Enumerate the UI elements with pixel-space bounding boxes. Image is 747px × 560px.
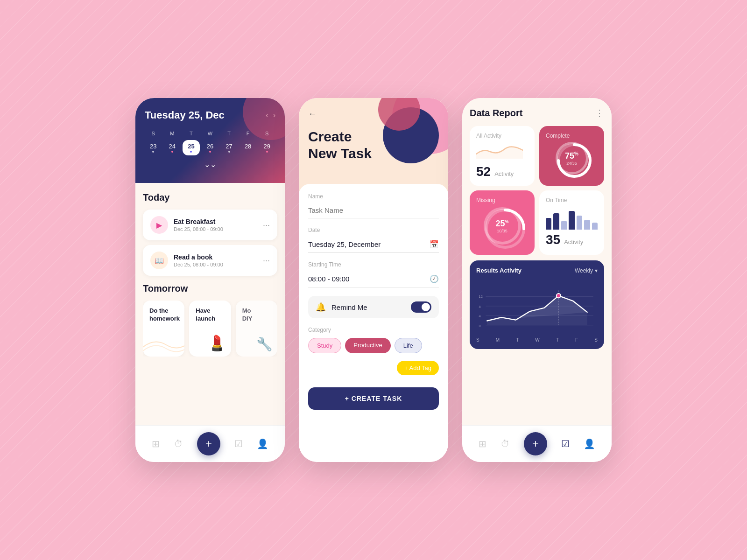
- next-month-arrow[interactable]: ›: [273, 111, 275, 119]
- nav-add-button[interactable]: +: [197, 432, 220, 455]
- all-activity-unit: Activity: [494, 170, 514, 177]
- cal-header-w: W: [202, 129, 219, 138]
- bar-7: [592, 223, 598, 230]
- time-value: 08:00 - 09:00: [308, 275, 349, 283]
- tmr-card-launch[interactable]: Havelaunch 💄: [189, 301, 231, 357]
- category-group: Category Study Productive Life + Add Tag: [308, 327, 439, 375]
- report-header: Data Report ⋮: [470, 107, 604, 119]
- task-name-input[interactable]: [308, 203, 439, 218]
- complete-circle-wrap: 75% 24/35: [546, 142, 598, 175]
- cal-day-25[interactable]: 25: [183, 140, 200, 155]
- phone-create-task: ← Create New Task Name Date Tuesday 25, …: [299, 98, 448, 462]
- remind-toggle[interactable]: [411, 301, 431, 313]
- nav-check-icon[interactable]: ☑: [234, 438, 243, 449]
- clock-icon: 🕗: [430, 274, 439, 283]
- phone3-bottom-nav: ⊞ ⏱ + ☑ 👤: [462, 425, 612, 462]
- tomorrow-cards: Do thehomework Havelaunch 💄 MoDIY 🔧: [143, 301, 277, 357]
- cal-day-27[interactable]: 27: [220, 140, 238, 155]
- nav-grid-icon[interactable]: ⊞: [152, 438, 160, 449]
- complete-circle: 75% 24/35: [556, 142, 588, 175]
- calendar-body: Today ▶ Eat Breakfast Dec 25, 08:00 - 09…: [135, 183, 285, 425]
- p3-nav-user-icon[interactable]: 👤: [584, 438, 595, 449]
- tag-productive[interactable]: Productive: [345, 338, 390, 353]
- create-title: Create New Task: [308, 128, 439, 162]
- chart-day-t1: T: [516, 337, 519, 343]
- cal-day-28[interactable]: 28: [240, 140, 257, 155]
- all-activity-label: All Activity: [476, 133, 528, 139]
- add-tag-btn[interactable]: + Add Tag: [397, 361, 439, 375]
- p3-nav-grid-icon[interactable]: ⊞: [479, 438, 486, 449]
- task-more-book[interactable]: ···: [263, 256, 270, 266]
- data-report-body: Data Report ⋮ All Activity 52 Activity: [462, 98, 612, 425]
- tmr-card-launch-title: Havelaunch: [196, 307, 224, 323]
- svg-point-13: [557, 294, 561, 298]
- cal-day-24[interactable]: 24: [164, 140, 181, 155]
- phone-calendar: Tuesday 25, Dec ‹ › S M T W T F S 23 24 …: [135, 98, 285, 462]
- bar-2: [553, 213, 559, 230]
- tmr-card-mo-deco: 🔧: [256, 336, 273, 352]
- time-input-row[interactable]: 08:00 - 09:00 🕗: [308, 271, 439, 287]
- missing-circle-wrap: 25% 10/35: [476, 207, 528, 245]
- on-time-unit: Activity: [564, 238, 583, 245]
- create-task-header: ← Create New Task: [299, 98, 448, 191]
- task-icon-breakfast: ▶: [150, 216, 168, 234]
- chart-day-w: W: [535, 337, 539, 343]
- cal-day-29[interactable]: 29: [258, 140, 275, 155]
- p3-nav-add-button[interactable]: +: [524, 432, 547, 455]
- prev-month-arrow[interactable]: ‹: [266, 111, 268, 119]
- date-input-row[interactable]: Tuesday 25, December 📅: [308, 236, 439, 253]
- tomorrow-section: Tomorrow Do thehomework Havelaunch 💄: [143, 283, 277, 357]
- tomorrow-label: Tomorrow: [143, 283, 277, 294]
- cal-header-t1: T: [183, 129, 200, 138]
- calendar-grid: S M T W T F S 23 24 25 26 27 28 29: [145, 129, 275, 155]
- calendar-icon: 📅: [430, 240, 439, 249]
- missing-label: Missing: [476, 197, 528, 203]
- complete-progress-ring: [556, 142, 593, 179]
- calendar-date: Tuesday 25, Dec: [145, 109, 225, 121]
- missing-circle: 25% 10/35: [484, 207, 521, 245]
- all-activity-chart: [476, 145, 523, 159]
- task-more-breakfast[interactable]: ···: [263, 220, 270, 230]
- results-title: Results Activity: [476, 267, 521, 274]
- task-eat-breakfast[interactable]: ▶ Eat Breakfast Dec 25, 08:00 - 09:00 ··…: [143, 210, 277, 240]
- report-more-btn[interactable]: ⋮: [595, 107, 604, 119]
- name-label: Name: [308, 193, 439, 200]
- cal-header-t2: T: [220, 129, 238, 138]
- create-task-button[interactable]: + CREATE TASK: [308, 387, 439, 410]
- tmr-card-mo[interactable]: MoDIY 🔧: [236, 301, 277, 357]
- chart-day-s2: S: [594, 337, 598, 343]
- p3-nav-timer-icon[interactable]: ⏱: [500, 439, 510, 449]
- cal-day-23[interactable]: 23: [145, 140, 162, 155]
- chart-day-t2: T: [556, 337, 559, 343]
- expand-calendar-btn[interactable]: ⌄⌄: [145, 160, 275, 169]
- task-time-book: Dec 25, 08:00 - 09:00: [174, 262, 257, 267]
- nav-user-icon[interactable]: 👤: [257, 438, 268, 449]
- tmr-card-launch-deco: 💄: [208, 334, 226, 352]
- svg-text:12: 12: [479, 294, 483, 299]
- today-label: Today: [143, 192, 277, 203]
- create-task-body: Name Date Tuesday 25, December 📅 Startin…: [299, 184, 448, 462]
- weekly-select-btn[interactable]: Weekly ▾: [575, 267, 598, 274]
- missing-progress-ring: [484, 207, 527, 250]
- on-time-bar-chart: [546, 206, 598, 230]
- on-time-label: On Time: [546, 197, 598, 203]
- remind-row: 🔔 Remind Me: [308, 296, 439, 318]
- on-time-count: 35: [546, 232, 560, 247]
- cal-day-26[interactable]: 26: [202, 140, 219, 155]
- task-read-book[interactable]: 📖 Read a book Dec 25, 08:00 - 09:00 ···: [143, 245, 277, 276]
- tag-study[interactable]: Study: [308, 338, 341, 353]
- task-date-group: Date Tuesday 25, December 📅: [308, 227, 439, 253]
- p3-nav-check-icon[interactable]: ☑: [561, 438, 570, 449]
- task-name-group: Name: [308, 193, 439, 218]
- calendar-header: Tuesday 25, Dec ‹ › S M T W T F S 23 24 …: [135, 98, 285, 183]
- create-title-line1: Create: [308, 129, 352, 144]
- nav-timer-icon[interactable]: ⏱: [174, 439, 183, 449]
- stats-grid: All Activity 52 Activity Complete: [470, 126, 604, 255]
- tag-life[interactable]: Life: [395, 338, 422, 353]
- remind-label: Remind Me: [331, 303, 405, 311]
- tmr-card-homework[interactable]: Do thehomework: [143, 301, 184, 357]
- bar-3: [561, 221, 567, 230]
- chart-days: S M T W T F S: [476, 337, 598, 343]
- results-header: Results Activity Weekly ▾: [476, 267, 598, 274]
- results-line-chart: 0 4 8 12: [476, 278, 598, 334]
